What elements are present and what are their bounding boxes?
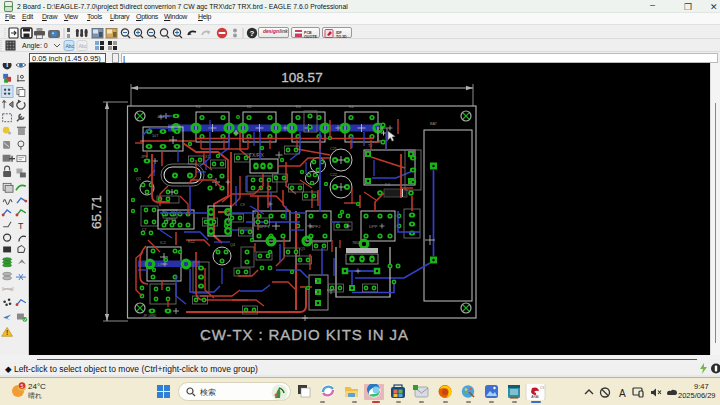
svg-text:K1: K1	[196, 105, 201, 109]
svg-text:TO 3D: TO 3D	[336, 34, 347, 38]
svg-text:10T: 10T	[152, 134, 159, 138]
svg-text:C21: C21	[330, 147, 337, 151]
svg-text:!: !	[6, 329, 8, 336]
svg-text:ARAI: ARAI	[531, 395, 539, 399]
svg-text:BPF2: BPF2	[310, 224, 321, 229]
svg-text:65.71: 65.71	[89, 195, 104, 229]
svg-text:Abc: Abc	[79, 43, 88, 49]
svg-text:Q4: Q4	[230, 243, 235, 247]
svg-text:K2: K2	[247, 105, 252, 109]
svg-text:Angle: 0: Angle: 0	[22, 42, 48, 50]
svg-text:T: T	[18, 221, 24, 231]
svg-text:T2: T2	[368, 144, 372, 148]
svg-text:K3: K3	[296, 105, 301, 109]
svg-text:Abc: Abc	[66, 43, 75, 49]
svg-text:5: 5	[21, 383, 24, 389]
svg-text:BPF1: BPF1	[259, 224, 270, 229]
svg-text:BAT: BAT	[430, 122, 438, 126]
svg-text:CW-TX : RADIO KITS IN JA: CW-TX : RADIO KITS IN JA	[200, 326, 409, 343]
svg-text:K4: K4	[349, 105, 354, 109]
svg-text:C7: C7	[142, 228, 147, 232]
svg-text:108.57: 108.57	[281, 70, 322, 85]
svg-text:Q5: Q5	[300, 247, 305, 251]
svg-text:IC2: IC2	[160, 241, 166, 245]
svg-text:[array]: [array]	[2, 286, 13, 291]
svg-text:?: ?	[250, 29, 255, 38]
svg-text:DPP: DPP	[369, 224, 378, 229]
svg-text:R12: R12	[188, 240, 195, 244]
svg-text:JP-GND: JP-GND	[143, 314, 157, 318]
svg-text:C9: C9	[240, 203, 245, 207]
svg-text:A: A	[619, 388, 626, 399]
svg-text:TX/RX: TX/RX	[249, 152, 264, 158]
svg-text:D4: D4	[385, 183, 390, 187]
svg-text:CS: CS	[540, 386, 544, 390]
svg-text:i: i	[6, 63, 8, 68]
svg-text:Q1: Q1	[136, 177, 141, 181]
svg-text:BPF3: BPF3	[166, 217, 177, 222]
svg-text:C22: C22	[330, 173, 337, 177]
svg-text:QUOTE: QUOTE	[304, 34, 317, 38]
svg-text:7805: 7805	[352, 241, 360, 245]
